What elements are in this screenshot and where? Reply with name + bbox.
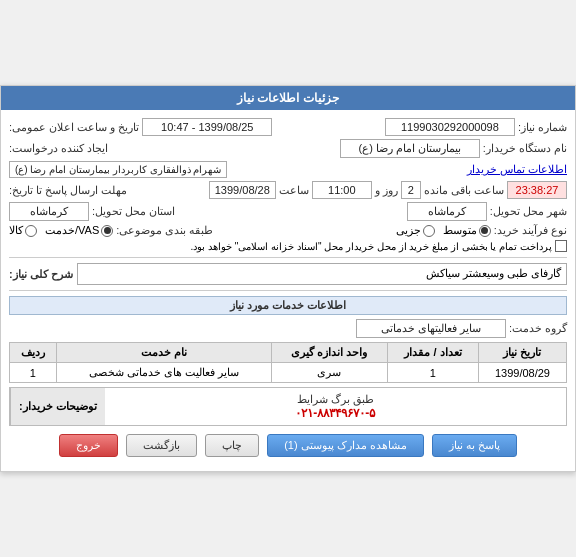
service-group-value: سایر فعالیتهای خدماتی [356, 319, 506, 338]
requester-value: بیمارستان امام رضا (ع) [340, 139, 480, 158]
need-number-value: 1199030292000098 [385, 118, 515, 136]
payment-label: پرداخت تمام یا بخشی از مبلغ خرید از محل … [190, 241, 552, 252]
deadline-time: 11:00 [312, 181, 372, 199]
city-value: کرماشاه [407, 202, 487, 221]
need-number-label: شماره نیاز: [518, 121, 567, 134]
hospital-value: شهرام ذوالفقاری کاربردار بیمارستان امام … [9, 161, 227, 178]
deadline-label: مهلت ارسال پاسخ تا تاریخ: [9, 184, 127, 197]
remaining-time: 23:38:27 [507, 181, 567, 199]
page-header: جزئیات اطلاعات نیاز [1, 86, 575, 110]
city-label: شهر محل تحویل: [490, 205, 567, 218]
cell-service-name: سایر فعالیت های خدماتی شخصی [56, 363, 271, 383]
province-value: کرماشاه [9, 202, 89, 221]
contact-info-link[interactable]: اطلاعات تماس خریدار [467, 163, 567, 176]
category-vas-radio[interactable] [101, 225, 113, 237]
row-hospital: اطلاعات تماس خریدار شهرام ذوالفقاری کارب… [9, 161, 567, 178]
view-docs-button[interactable]: مشاهده مدارک پیوستی (1) [267, 434, 424, 457]
deadline-date: 1399/08/28 [209, 181, 276, 199]
col-service-name: نام خدمت [56, 343, 271, 363]
row-deadline: 23:38:27 ساعت باقی مانده 2 روز و 11:00 س… [9, 181, 567, 199]
row-service-group: گروه خدمت: سایر فعالیتهای خدماتی [9, 319, 567, 338]
notes-label: توضیحات خریدار: [10, 388, 105, 425]
cell-row-num: 1 [10, 363, 57, 383]
notes-text: طبق برگ شرایط ۰۲۱-۸۸۳۴۹۶۷۰-۵ [113, 393, 558, 420]
province-label: استان محل تحویل: [92, 205, 175, 218]
remaining-group: 23:38:27 ساعت باقی مانده 2 روز و 11:00 س… [209, 181, 567, 199]
type-group: نوع فرآیند خرید: متوسط جزیی [396, 224, 567, 237]
notes-section: طبق برگ شرایط ۰۲۱-۸۸۳۴۹۶۷۰-۵ توضیحات خری… [9, 387, 567, 426]
category-radio-group: VAS/خدمت کالا [9, 224, 113, 237]
requester-label: نام دستگاه خریدار: [483, 142, 567, 155]
type-label: نوع فرآیند خرید: [494, 224, 567, 237]
row-payment: پرداخت تمام یا بخشی از مبلغ خرید از محل … [9, 240, 567, 252]
hospital-name-group: شهرام ذوالفقاری کاربردار بیمارستان امام … [9, 161, 227, 178]
main-container: جزئیات اطلاعات نیاز شماره نیاز: 11990302… [0, 85, 576, 472]
notes-value: طبق برگ شرایط [297, 393, 374, 405]
type-motavasset-label: متوسط [443, 224, 477, 237]
category-kala-radio[interactable] [25, 225, 37, 237]
remaining-label: روز و [375, 184, 398, 197]
type-jazei: جزیی [396, 224, 435, 237]
category-vas: VAS/خدمت [45, 224, 113, 237]
row-description: گارفاى طبى وسیعشتر سیاکش شرح کلی نیاز: [9, 263, 567, 285]
cell-date: 1399/08/29 [478, 363, 566, 383]
description-label-group: شرح کلی نیاز: [9, 268, 73, 281]
requester-group: نام دستگاه خریدار: بیمارستان امام رضا (ع… [340, 139, 567, 158]
type-motavasset-radio[interactable] [479, 225, 491, 237]
category-kala: کالا [9, 224, 37, 237]
notes-body: طبق برگ شرایط ۰۲۱-۸۸۳۴۹۶۷۰-۵ [105, 388, 566, 425]
category-vas-label: VAS/خدمت [45, 224, 99, 237]
type-jazei-radio[interactable] [423, 225, 435, 237]
creator-label: ایجاد کننده درخواست: [9, 142, 108, 155]
deadline-label-group: مهلت ارسال پاسخ تا تاریخ: [9, 184, 127, 197]
payment-checkbox-group: پرداخت تمام یا بخشی از مبلغ خرید از محل … [190, 240, 567, 252]
remaining-days: 2 [401, 181, 421, 199]
service-group-label: گروه خدمت: [509, 322, 567, 335]
date-time-label: تاریخ و ساعت اعلان عمومی: [9, 121, 139, 134]
divider-1 [9, 257, 567, 258]
col-row-num: ردیف [10, 343, 57, 363]
category-kala-label: کالا [9, 224, 23, 237]
cell-delivery-unit: سرى [271, 363, 387, 383]
type-motavasset: متوسط [443, 224, 491, 237]
remaining-label2: ساعت باقی مانده [424, 184, 504, 197]
description-value-box: گارفاى طبى وسیعشتر سیاکش [77, 263, 567, 285]
row-province: شهر محل تحویل: کرماشاه استان محل تحویل: … [9, 202, 567, 221]
province-group: استان محل تحویل: کرماشاه [9, 202, 175, 221]
category-label: طبقه بندی موضوعی: [116, 224, 213, 237]
exit-button[interactable]: خروج [59, 434, 118, 457]
col-quantity: تعداد / مقدار [387, 343, 478, 363]
description-value: گارفاى طبى وسیعشتر سیاکش [77, 263, 567, 285]
service-group-group: گروه خدمت: سایر فعالیتهای خدماتی [356, 319, 567, 338]
table-row: 1399/08/29 1 سرى سایر فعالیت های خدماتی … [10, 363, 567, 383]
category-group: طبقه بندی موضوعی: VAS/خدمت کالا [9, 224, 213, 237]
divider-2 [9, 290, 567, 291]
services-table: تاریخ نیاز تعداد / مقدار واحد اندازه گیر… [9, 342, 567, 383]
col-date: تاریخ نیاز [478, 343, 566, 363]
print-button[interactable]: چاپ [205, 434, 259, 457]
header-title: جزئیات اطلاعات نیاز [237, 91, 339, 105]
table-body: 1399/08/29 1 سرى سایر فعالیت های خدماتی … [10, 363, 567, 383]
row-requester: نام دستگاه خریدار: بیمارستان امام رضا (ع… [9, 139, 567, 158]
content-area: شماره نیاز: 1199030292000098 1399/08/25 … [1, 110, 575, 471]
date-time-value: 1399/08/25 - 10:47 [142, 118, 272, 136]
reply-button[interactable]: پاسخ به نیاز [432, 434, 517, 457]
table-header-row: تاریخ نیاز تعداد / مقدار واحد اندازه گیر… [10, 343, 567, 363]
type-jazei-label: جزیی [396, 224, 421, 237]
date-time-group: 1399/08/25 - 10:47 تاریخ و ساعت اعلان عم… [9, 118, 272, 136]
need-number-group: شماره نیاز: 1199030292000098 [385, 118, 567, 136]
cell-quantity: 1 [387, 363, 478, 383]
service-info-title: اطلاعات خدمات مورد نیاز [9, 296, 567, 315]
row-category: نوع فرآیند خرید: متوسط جزیی طبقه بندی مو… [9, 224, 567, 237]
footer-buttons: پاسخ به نیاز مشاهده مدارک پیوستی (1) چاپ… [9, 434, 567, 463]
city-group: شهر محل تحویل: کرماشاه [407, 202, 567, 221]
table-header: تاریخ نیاز تعداد / مقدار واحد اندازه گیر… [10, 343, 567, 363]
payment-checkbox[interactable] [555, 240, 567, 252]
creator-group: ایجاد کننده درخواست: [9, 142, 108, 155]
back-button[interactable]: بازگشت [126, 434, 197, 457]
type-radio-group: متوسط جزیی [396, 224, 491, 237]
contact-link-group: اطلاعات تماس خریدار [467, 163, 567, 176]
col-delivery-unit: واحد اندازه گیری [271, 343, 387, 363]
phone-display: ۰۲۱-۸۸۳۴۹۶۷۰-۵ [295, 406, 375, 420]
description-label: شرح کلی نیاز: [9, 268, 73, 281]
